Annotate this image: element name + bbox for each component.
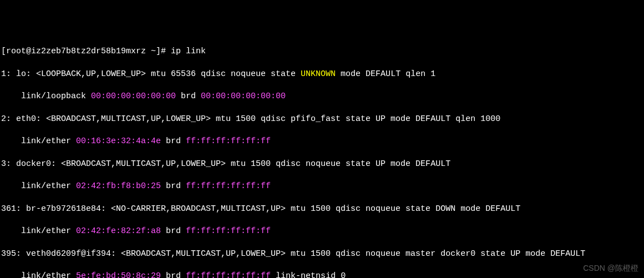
interface-line: 395: veth0d6209f@if394: <BROADCAST,MULTI… [1,249,643,260]
iface-info: 1: lo: <LOOPBACK,UP,LOWER_UP> mtu 65536 … [1,69,301,79]
link-line: link/ether 00:16:3e:32:4a:4e brd ff:ff:f… [1,136,643,147]
brd-addr: ff:ff:ff:ff:ff:ff [186,137,271,146]
prompt[interactable]: [root@iz2zeb7b8tz2dr58b19mxrz ~]# ip lin… [1,47,206,56]
watermark: CSDN @陈橙橙 [583,263,638,274]
mac-addr: 00:00:00:00:00:00 [91,92,176,101]
iface-info: 361: br-e7b972618e84: <NO-CARRIER,BROADC… [1,204,520,214]
link-label: link/loopback [1,92,91,101]
brd-label: brd [161,271,186,278]
interface-line: 361: br-e7b972618e84: <NO-CARRIER,BROADC… [1,204,643,215]
link-line: link/loopback 00:00:00:00:00:00 brd 00:0… [1,91,643,102]
link-label: link/ether [1,226,76,236]
brd-addr: ff:ff:ff:ff:ff:ff [186,271,271,278]
mac-addr: 00:16:3e:32:4a:4e [76,137,161,146]
iface-info: 2: eth0: <BROADCAST,MULTICAST,UP,LOWER_U… [1,114,500,124]
brd-label: brd [161,226,186,236]
brd-addr: ff:ff:ff:ff:ff:ff [186,226,271,236]
brd-addr: 00:00:00:00:00:00 [201,92,286,101]
link-label: link/ether [1,181,76,191]
interface-line: 3: docker0: <BROADCAST,MULTICAST,UP,LOWE… [1,159,643,170]
netnsid: link-netnsid 0 [271,271,346,278]
iface-info: 395: veth0d6209f@if394: <BROADCAST,MULTI… [1,249,585,259]
link-line: link/ether 5e:fe:bd:50:8c:29 brd ff:ff:f… [1,271,643,278]
mac-addr: 5e:fe:bd:50:8c:29 [76,271,161,278]
brd-addr: ff:ff:ff:ff:ff:ff [186,181,271,191]
iface-tail: mode DEFAULT qlen 1 [336,69,435,79]
link-label: link/ether [1,271,76,278]
iface-info: 3: docker0: <BROADCAST,MULTICAST,UP,LOWE… [1,159,450,169]
link-label: link/ether [1,137,76,146]
link-line: link/ether 02:42:fe:82:2f:a8 brd ff:ff:f… [1,226,643,237]
interface-line: 1: lo: <LOOPBACK,UP,LOWER_UP> mtu 65536 … [1,69,643,80]
mac-addr: 02:42:fe:82:2f:a8 [76,226,161,236]
brd-label: brd [161,181,186,191]
iface-state: UNKNOWN [301,69,336,79]
link-line: link/ether 02:42:fb:f8:b0:25 brd ff:ff:f… [1,181,643,192]
terminal-line: [root@iz2zeb7b8tz2dr58b19mxrz ~]# ip lin… [1,46,643,57]
brd-label: brd [161,137,186,146]
brd-label: brd [176,92,201,101]
mac-addr: 02:42:fb:f8:b0:25 [76,181,161,191]
interface-line: 2: eth0: <BROADCAST,MULTICAST,UP,LOWER_U… [1,114,643,125]
